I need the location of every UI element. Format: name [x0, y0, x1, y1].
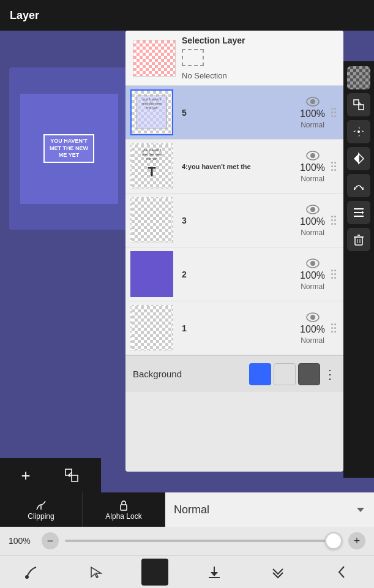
- top-bar: Layer: [0, 0, 374, 31]
- blend-mode-selector[interactable]: Normal: [165, 492, 374, 527]
- double-chevron-nav-btn[interactable]: [260, 556, 296, 589]
- transform-tool-btn[interactable]: [347, 93, 370, 116]
- svg-marker-16: [362, 211, 364, 214]
- layer-2-number: 2: [182, 270, 187, 279]
- layer-row-5[interactable]: you haven'tmet the newme yet 5 100% Norm…: [125, 86, 343, 140]
- eye-icon-2[interactable]: [305, 258, 321, 269]
- svg-marker-40: [357, 508, 364, 512]
- zoom-minus-icon: −: [47, 535, 54, 546]
- bottom-action-bar: +: [0, 458, 101, 492]
- bottom-nav: [0, 555, 374, 588]
- svg-point-23: [310, 99, 315, 104]
- layer-thumb-2: [130, 251, 173, 297]
- checker-tool-btn[interactable]: [347, 66, 370, 89]
- canvas-text-1: YOU HAVEN'TMET THE NEWME YET: [43, 134, 94, 163]
- svg-rect-39: [121, 505, 127, 510]
- layer-1-number: 1: [182, 323, 187, 333]
- zoom-bar: 100% − +: [0, 527, 374, 555]
- zoom-minus-btn[interactable]: −: [42, 532, 59, 549]
- download-nav-btn[interactable]: [196, 556, 233, 589]
- svg-marker-3: [359, 126, 360, 130]
- eye-icon-3[interactable]: [305, 204, 321, 215]
- clip-alpha-bar: Clipping Alpha Lock Normal: [0, 492, 374, 527]
- layer-panel: Selection Layer No Selection you haven't…: [125, 31, 343, 472]
- svg-point-41: [25, 575, 29, 579]
- warp-tool-btn[interactable]: [347, 174, 370, 197]
- no-selection-text: No Selection: [182, 71, 336, 80]
- zoom-plus-icon: +: [354, 535, 361, 546]
- svg-point-29: [310, 261, 315, 266]
- layer-3-blend: Normal: [301, 228, 324, 237]
- clipping-btn[interactable]: Clipping: [0, 492, 83, 527]
- blend-mode-chevron: [356, 505, 365, 514]
- layer-thumb-3: [130, 197, 173, 243]
- eye-icon-4[interactable]: [305, 150, 321, 161]
- clipping-label: Clipping: [28, 512, 54, 521]
- layer-1-opacity: 100%: [300, 324, 325, 335]
- layer-thumb-1: [130, 305, 173, 351]
- selection-thumb: [133, 40, 176, 77]
- svg-marker-6: [360, 130, 364, 132]
- background-label: Background: [133, 369, 249, 379]
- svg-rect-17: [355, 237, 362, 245]
- eye-icon-1[interactable]: [305, 312, 321, 323]
- svg-marker-9: [359, 154, 364, 164]
- layer-1-menu[interactable]: [329, 323, 338, 333]
- move-tool-btn[interactable]: [347, 120, 370, 143]
- no-selection-badge: [182, 49, 204, 66]
- eye-icon-5[interactable]: [305, 96, 321, 107]
- svg-rect-1: [359, 105, 364, 110]
- blend-mode-value: Normal: [174, 503, 209, 516]
- selection-layer-title: Selection Layer: [182, 36, 336, 45]
- bg-more-btn[interactable]: ⋮: [324, 367, 336, 382]
- delete-tool-btn[interactable]: [347, 228, 370, 251]
- layer-3-opacity: 100%: [300, 216, 325, 227]
- layer-row-1[interactable]: 1 100% Normal: [125, 301, 343, 355]
- bg-swatch-dark[interactable]: [298, 363, 320, 385]
- layer-4-number: 4:you haven't met the: [182, 163, 251, 170]
- layer-1-blend: Normal: [301, 336, 324, 345]
- add-layer-btn[interactable]: +: [21, 466, 30, 485]
- svg-marker-43: [211, 572, 218, 576]
- layer-4-opacity: 100%: [300, 162, 325, 173]
- flip-tool-btn[interactable]: [347, 147, 370, 170]
- zoom-thumb[interactable]: [325, 532, 342, 549]
- canvas-inner: YOU HAVEN'TMET THE NEWME YET: [20, 94, 118, 204]
- alpha-lock-btn[interactable]: Alpha Lock: [83, 492, 165, 527]
- zoom-plus-btn[interactable]: +: [348, 532, 365, 549]
- layer-2-menu[interactable]: [329, 270, 338, 279]
- layer-row-2[interactable]: 2 100% Normal: [125, 247, 343, 301]
- svg-marker-4: [359, 133, 360, 137]
- layer-row-4[interactable]: you haven'tmet the newme yet T 4:you hav…: [125, 140, 343, 194]
- back-nav-btn[interactable]: [324, 556, 361, 589]
- svg-point-25: [310, 153, 315, 158]
- svg-marker-5: [353, 130, 357, 132]
- svg-point-31: [310, 315, 315, 320]
- layer-4-blend: Normal: [301, 175, 324, 183]
- svg-rect-0: [354, 100, 359, 105]
- merge-layer-btn[interactable]: [63, 467, 80, 484]
- background-row: Background ⋮: [125, 355, 343, 392]
- canvas-preview: YOU HAVEN'TMET THE NEWME YET: [9, 67, 129, 230]
- bg-color-swatches: [249, 363, 320, 385]
- bg-swatch-light[interactable]: [274, 363, 296, 385]
- layer-2-blend: Normal: [301, 282, 324, 291]
- svg-marker-8: [354, 154, 359, 164]
- layer-3-menu[interactable]: [329, 216, 338, 225]
- bg-swatch-blue[interactable]: [249, 363, 271, 385]
- arrange-tool-btn[interactable]: [347, 201, 370, 224]
- app-title: Layer: [10, 9, 39, 22]
- layer-4-menu[interactable]: [329, 162, 338, 171]
- zoom-label: 100%: [9, 536, 36, 546]
- layer-5-opacity: 100%: [300, 108, 325, 119]
- zoom-track[interactable]: [65, 540, 342, 542]
- layer-3-number: 3: [182, 216, 187, 225]
- layer-5-menu[interactable]: [329, 108, 338, 117]
- draw-nav-btn[interactable]: [13, 556, 50, 589]
- alpha-lock-label: Alpha Lock: [105, 512, 141, 521]
- layer-row-3[interactable]: 3 100% Normal: [125, 194, 343, 247]
- selection-layer-row: Selection Layer No Selection: [125, 31, 343, 86]
- select-nav-btn[interactable]: [78, 556, 114, 589]
- square-nav-btn[interactable]: [141, 559, 168, 586]
- layer-thumb-4: you haven'tmet the newme yet T: [130, 143, 173, 189]
